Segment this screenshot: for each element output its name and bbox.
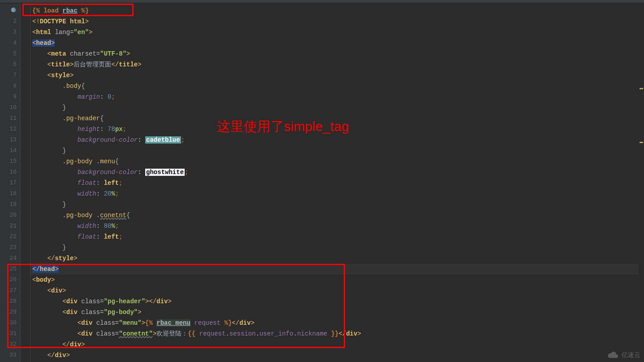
- code-line: <title>后台管理页面</title>: [30, 59, 644, 70]
- code-line: }: [30, 242, 644, 253]
- scrollbar[interactable]: [639, 7, 644, 362]
- code-line: margin: 0;: [30, 92, 644, 102]
- code-line: <div class="menu">{% rbac_menu request %…: [30, 318, 644, 328]
- code-line: </div>: [30, 350, 644, 361]
- code-line: <!DOCTYPE html>: [30, 16, 644, 27]
- code-line: <head>: [30, 38, 644, 48]
- line-number: 22: [0, 231, 17, 242]
- tab-bar[interactable]: [0, 0, 644, 4]
- line-number: 19: [0, 199, 17, 210]
- warning-marker[interactable]: [640, 88, 643, 89]
- line-number: 29: [0, 307, 17, 318]
- line-number: 11: [0, 113, 17, 124]
- line-number: 2: [0, 16, 17, 27]
- line-number: 1: [0, 5, 17, 16]
- code-line: </style>: [30, 253, 644, 264]
- code-line: <meta charset="UTF-8">: [30, 48, 644, 59]
- warning-marker[interactable]: [640, 142, 643, 143]
- code-line: <div class="conetnt">欢迎登陆：{{ request.ses…: [30, 328, 644, 339]
- code-line: width: 20%;: [30, 188, 644, 199]
- code-line: .pg-body .conetnt{: [30, 210, 644, 221]
- annotation-text: 这里使用了simple_tag: [217, 118, 349, 136]
- code-line: <body>: [30, 275, 644, 285]
- code-line: background-color: ghostwhite;: [30, 167, 644, 178]
- line-number: 10: [0, 102, 17, 113]
- code-line: float: left;: [30, 178, 644, 188]
- line-number: 7: [0, 70, 17, 81]
- line-number: 14: [0, 145, 17, 156]
- code-line: <div class="pg-body">: [30, 307, 644, 318]
- code-line: }: [30, 199, 644, 210]
- line-number: 24: [0, 253, 17, 264]
- line-number: 17: [0, 178, 17, 188]
- line-number: 18: [0, 188, 17, 199]
- line-number: 30: [0, 318, 17, 328]
- line-number: 21: [0, 221, 17, 231]
- code-line: .body{: [30, 81, 644, 92]
- line-number: 26: [0, 275, 17, 285]
- line-number: 33: [0, 350, 17, 361]
- line-number-gutter[interactable]: 1 2 3 4 5 6 7 8 9 10 11 12 13 14 15 16 1…: [0, 4, 21, 362]
- line-number: 13: [0, 135, 17, 145]
- line-number: 31: [0, 328, 17, 339]
- line-number: 12: [0, 124, 17, 135]
- code-line: width: 80%;: [30, 221, 644, 231]
- watermark: 亿速云: [607, 351, 640, 359]
- line-number: 4: [0, 38, 17, 48]
- line-number: 16: [0, 167, 17, 178]
- fold-column[interactable]: [21, 4, 30, 362]
- cloud-icon: [607, 351, 619, 359]
- code-line: }: [30, 102, 644, 113]
- line-number: 23: [0, 242, 17, 253]
- line-number: 32: [0, 339, 17, 350]
- line-number: 28: [0, 296, 17, 307]
- code-line: </div>: [30, 339, 644, 350]
- code-line: float: left;: [30, 231, 644, 242]
- line-number: 8: [0, 81, 17, 92]
- line-number: 6: [0, 59, 17, 70]
- code-line: </head>: [30, 264, 644, 275]
- line-number: 25: [0, 264, 17, 275]
- code-area[interactable]: {% load rbac %} <!DOCTYPE html> <html la…: [30, 4, 644, 362]
- code-line: <div>: [30, 285, 644, 296]
- code-line: <style>: [30, 70, 644, 81]
- code-line: <div class="pg-header"></div>: [30, 296, 644, 307]
- code-line: {% load rbac %}: [30, 5, 644, 16]
- line-number: 5: [0, 48, 17, 59]
- editor: 1 2 3 4 5 6 7 8 9 10 11 12 13 14 15 16 1…: [0, 4, 644, 362]
- line-number: 3: [0, 27, 17, 38]
- code-line: <html lang="en">: [30, 27, 644, 38]
- line-number: 20: [0, 210, 17, 221]
- line-number: 9: [0, 92, 17, 102]
- line-number: 27: [0, 285, 17, 296]
- code-line: .pg-body .menu{: [30, 156, 644, 167]
- code-line: }: [30, 145, 644, 156]
- line-number: 15: [0, 156, 17, 167]
- code-line: background-color: cadetblue;: [30, 135, 644, 145]
